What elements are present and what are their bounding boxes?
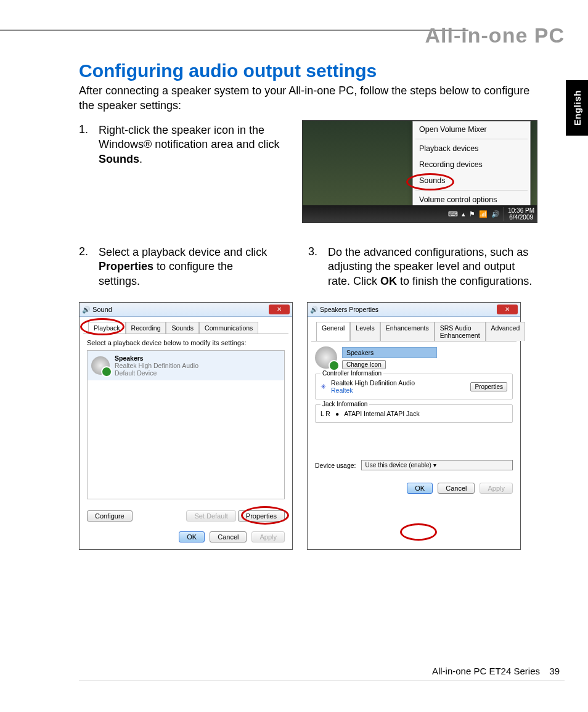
cancel-button[interactable]: Cancel (210, 531, 247, 542)
highlight-properties-button-oval (241, 506, 289, 525)
intro-text: After connecting a speaker system to you… (79, 83, 535, 113)
tab-recording[interactable]: Recording (126, 322, 166, 333)
step-3-number: 3. (308, 245, 317, 258)
realtek-icon: ✳ (321, 383, 326, 390)
highlight-playback-tab-oval (80, 318, 125, 335)
controller-information-group: Controller Information ✳ Realtek High De… (315, 374, 513, 399)
highlight-ok-button-oval (400, 523, 437, 541)
jack-text: ATAPI Internal ATAPI Jack (344, 410, 419, 417)
change-icon-button[interactable]: Change Icon (342, 360, 386, 369)
controller-info-label: Controller Information (321, 370, 383, 377)
step-1-text: Right-click the speaker icon in the Wind… (99, 123, 284, 166)
jack-lr: L R (321, 410, 330, 417)
device-usage-value: Use this device (enable) (365, 462, 431, 469)
close-button[interactable]: ✕ (497, 305, 518, 314)
speakers-properties-title-text: Speakers Properties (320, 306, 378, 313)
tab-advanced[interactable]: Advanced (486, 322, 526, 341)
footer-rule (79, 681, 565, 681)
configure-button[interactable]: Configure (87, 510, 133, 522)
tab-communications[interactable]: Communications (199, 322, 258, 333)
jack-dot-icon: ● (335, 410, 339, 417)
windows-taskbar: ⌨ ▴ ⚑ 📶 🔊 10:36 PM 6/4/2009 (303, 205, 537, 223)
ok-button[interactable]: OK (407, 483, 433, 494)
menu-open-volume-mixer[interactable]: Open Volume Mixer (413, 121, 530, 137)
speakers-properties-dialog: 🔊 Speakers Properties ✕ General Levels E… (307, 302, 521, 550)
tray-keyboard-icon[interactable]: ⌨ (448, 210, 458, 218)
tab-sounds[interactable]: Sounds (166, 322, 199, 333)
step-1-bold: Sounds (99, 153, 139, 165)
step-1-number: 1. (79, 123, 88, 136)
speaker-icon (315, 346, 337, 369)
tray-volume-icon[interactable]: 🔊 (491, 210, 500, 218)
volume-context-menu: Open Volume Mixer Playback devices Recor… (412, 121, 531, 208)
device-usage-row: Device usage: Use this device (enable) ▾ (315, 460, 513, 470)
device-usage-label: Device usage: (315, 462, 356, 469)
controller-vendor: Realtek (331, 387, 465, 394)
step-2-text: Select a playback device and click Prope… (99, 245, 277, 288)
playback-device-speakers[interactable]: Speakers Realtek High Definition Audio D… (88, 351, 284, 380)
playback-prompt: Select a playback device below to modify… (87, 339, 285, 346)
controller-name: Realtek High Definition Audio (331, 379, 465, 387)
product-title: All-in-one PC (425, 23, 565, 47)
screenshot-context-menu: Open Volume Mixer Playback devices Recor… (302, 120, 537, 223)
page-heading: Configuring audio output settings (79, 60, 377, 81)
sound-dialog-title-text: Sound (92, 306, 112, 313)
tab-srs[interactable]: SRS Audio Enhancement (435, 322, 486, 341)
close-button[interactable]: ✕ (269, 305, 290, 314)
device-driver: Realtek High Definition Audio (115, 362, 198, 369)
speakers-properties-titlebar: 🔊 Speakers Properties ✕ (308, 303, 520, 317)
step-2-number: 2. (79, 245, 88, 258)
ok-button[interactable]: OK (179, 531, 205, 542)
tab-enhancements[interactable]: Enhancements (380, 322, 435, 341)
menu-playback-devices[interactable]: Playback devices (413, 141, 530, 157)
tray-network-icon[interactable]: 📶 (479, 210, 488, 218)
speaker-icon (91, 356, 110, 375)
page-number: 39 (549, 666, 560, 676)
step-3-bold: OK (380, 275, 397, 287)
step-3-text-c: to finish the configurations. (397, 275, 532, 287)
sound-titlebar: 🔊 Sound ✕ (80, 303, 292, 317)
header-rule (0, 30, 468, 31)
apply-button[interactable]: Apply (251, 531, 285, 542)
highlight-sounds-oval (406, 173, 454, 190)
controller-properties-button[interactable]: Properties (470, 382, 507, 391)
footer-model: All-in-one PC ET24 Series (432, 666, 540, 676)
tab-levels[interactable]: Levels (350, 322, 380, 341)
step-2-text-a: Select a playback device and click (99, 246, 267, 258)
device-name-field[interactable]: Speakers (342, 347, 437, 358)
step-3-text: Do the advanced configurations, such as … (328, 245, 537, 288)
tray-show-hidden-icon[interactable]: ▴ (462, 210, 465, 218)
speakers-properties-tabs: General Levels Enhancements SRS Audio En… (311, 317, 517, 342)
tab-general[interactable]: General (316, 322, 350, 341)
tray-clock[interactable]: 10:36 PM 6/4/2009 (504, 207, 534, 221)
tray-time: 10:36 PM (508, 207, 534, 214)
apply-button[interactable]: Apply (480, 483, 513, 494)
jack-information-group: Jack Information L R ● ATAPI Internal AT… (315, 404, 513, 423)
speakers-properties-title: 🔊 Speakers Properties (310, 306, 378, 314)
playback-device-list[interactable]: Speakers Realtek High Definition Audio D… (87, 350, 285, 499)
device-name: Speakers (115, 354, 144, 362)
language-tab: English (566, 80, 588, 136)
menu-separator (415, 139, 528, 139)
device-usage-dropdown[interactable]: Use this device (enable) ▾ (361, 460, 513, 470)
step-1-text-a: Right-click the speaker icon in the Wind… (99, 124, 279, 150)
tray-flag-icon[interactable]: ⚑ (469, 210, 475, 218)
jack-info-label: Jack Information (321, 401, 369, 407)
step-1-text-c: . (139, 153, 142, 165)
tray-date: 6/4/2009 (508, 214, 534, 221)
sound-dialog-title: 🔊 Sound (82, 306, 112, 314)
cancel-button[interactable]: Cancel (438, 483, 475, 494)
step-2-bold: Properties (99, 260, 153, 272)
device-status: Default Device (115, 369, 157, 377)
set-default-button[interactable]: Set Default (186, 510, 235, 522)
menu-recording-devices[interactable]: Recording devices (413, 157, 530, 173)
